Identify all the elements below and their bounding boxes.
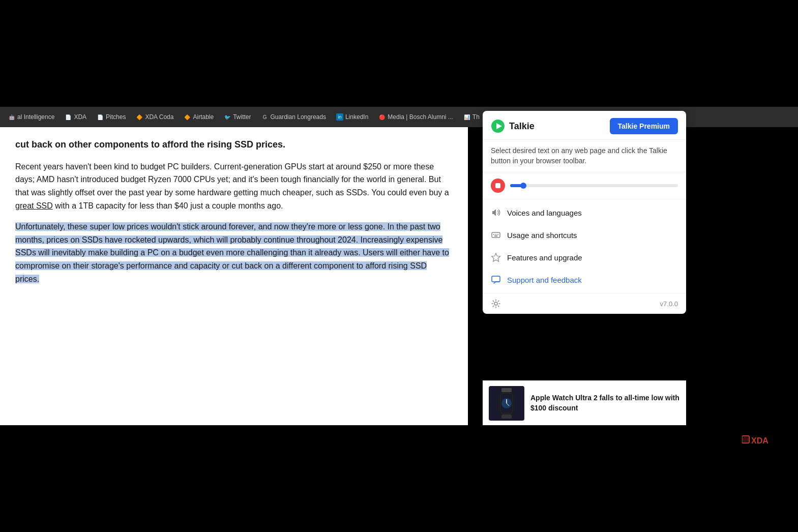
svg-marker-7 [492,253,500,261]
svg-rect-4 [495,234,496,235]
tab-bosch[interactable]: 🔴 Media | Bosch Alumni ... [374,111,457,123]
tab-favicon-guardian: G [261,113,269,121]
article-card-image [489,386,524,421]
progress-bar-fill [510,184,523,187]
star-icon [491,252,501,262]
article-content: cut back on other components to afford t… [0,127,468,425]
tab-favicon-ai: 🤖 [8,113,15,121]
menu-item-shortcuts[interactable]: Usage and shortcuts [483,224,686,246]
tab-label-th: Th [472,113,480,121]
svg-rect-14 [501,388,512,392]
talkie-logo-icon [491,119,505,133]
chat-icon [491,275,501,285]
talkie-title: Talkie [509,121,535,132]
voices-languages-label: Voices and languages [507,209,582,217]
svg-rect-8 [492,276,500,282]
tab-favicon-xda-coda: 🔶 [136,113,143,121]
tab-airtable[interactable]: 🔶 Airtable [180,111,218,123]
usage-shortcuts-label: Usage and shortcuts [507,231,577,240]
talkie-panel: Talkie Talkie Premium Select desired tex… [483,111,686,314]
tab-label-ai: al Intelligence [17,113,54,121]
tab-ai[interactable]: 🤖 al Intelligence [4,111,58,123]
menu-item-support[interactable]: Support and feedback [483,269,686,291]
article-heading: cut back on other components to afford t… [15,137,453,152]
svg-rect-15 [501,415,512,419]
article-card-title: Apple Watch Ultra 2 falls to all-time lo… [530,393,680,413]
tab-twitter[interactable]: 🐦 Twitter [220,111,255,123]
svg-text:XDA: XDA [751,436,769,445]
tab-th[interactable]: 📊 Th [459,111,484,123]
tab-favicon-th: 📊 [463,113,470,121]
talkie-menu: Voices and languages Usage and shortcuts [483,199,686,293]
article-paragraph-1: Recent years haven't been kind to budget… [15,160,453,212]
tab-favicon-xda: 📄 [65,113,72,121]
talkie-brand: Talkie [491,119,535,133]
progress-thumb [520,183,526,189]
talkie-header: Talkie Talkie Premium [483,111,686,140]
svg-rect-6 [494,235,497,237]
talkie-controls [483,172,686,199]
svg-rect-20 [743,437,748,442]
apple-watch-illustration [494,388,519,419]
tab-pitches[interactable]: 📄 Pitches [93,111,130,123]
tab-label-linkedin: LinkedIn [345,113,368,121]
tab-guardian[interactable]: G Guardian Longreads [257,111,330,123]
speaker-icon [491,208,501,218]
tab-favicon-twitter: 🐦 [224,113,231,121]
version-label: v7.0.0 [660,300,678,308]
tab-favicon-airtable: 🔶 [184,113,191,121]
svg-rect-5 [497,234,498,235]
talkie-footer: v7.0.0 [483,293,686,314]
tab-favicon-bosch: 🔴 [378,113,386,121]
features-upgrade-label: Features and upgrade [507,253,582,262]
tab-favicon-pitches: 📄 [97,113,104,121]
tab-xda-coda[interactable]: 🔶 XDA Coda [132,111,178,123]
menu-item-voices[interactable]: Voices and languages [483,201,686,224]
tab-label-pitches: Pitches [106,113,126,121]
svg-rect-3 [493,234,494,235]
article-card[interactable]: Apple Watch Ultra 2 falls to all-time lo… [483,380,686,425]
progress-bar-container[interactable] [510,184,678,187]
settings-button[interactable] [491,299,501,309]
article-link-great-ssd[interactable]: great SSD [15,201,53,210]
xda-logo: XDA [742,435,783,453]
support-feedback-label: Support and feedback [507,276,582,284]
svg-point-9 [494,302,497,305]
tab-linkedin[interactable]: in LinkedIn [332,111,372,123]
stop-icon [495,183,500,188]
article-paragraph-2-highlighted: Unfortunately, these super low prices wo… [15,220,453,285]
talkie-premium-button[interactable]: Talkie Premium [610,118,678,134]
tab-label-xda: XDA [74,113,86,121]
stop-button[interactable] [491,179,505,193]
tab-xda[interactable]: 📄 XDA [61,111,91,123]
tab-label-bosch: Media | Bosch Alumni ... [388,113,453,121]
keyboard-icon [491,230,501,240]
talkie-description: Select desired text on any web page and … [483,140,686,172]
tab-label-airtable: Airtable [193,113,214,121]
tab-favicon-linkedin: in [336,113,343,121]
tab-label-guardian: Guardian Longreads [271,113,326,121]
menu-item-features[interactable]: Features and upgrade [483,246,686,269]
tab-label-twitter: Twitter [233,113,251,121]
highlighted-passage: Unfortunately, these super low prices wo… [15,222,449,283]
tab-label-xda-coda: XDA Coda [145,113,173,121]
